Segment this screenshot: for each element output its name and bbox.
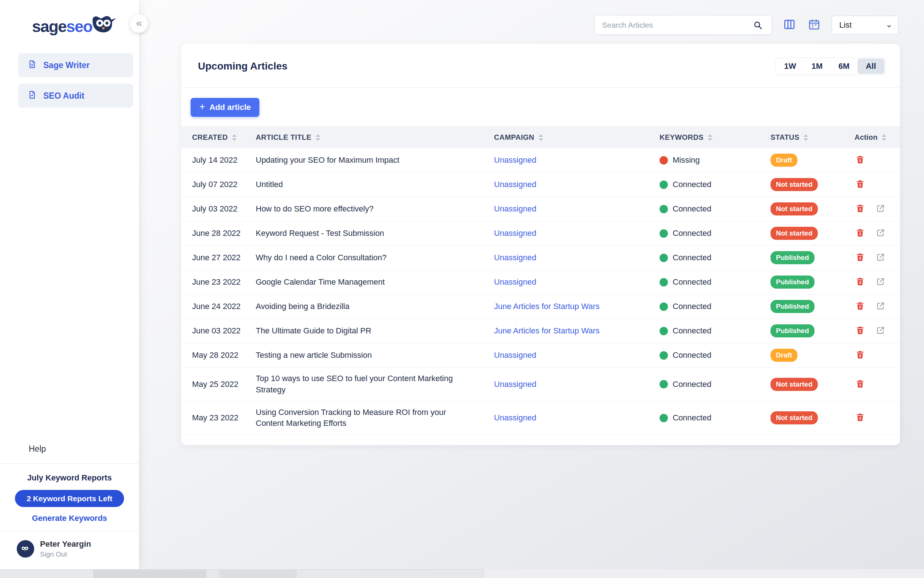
generate-keywords-link[interactable]: Generate Keywords [32, 513, 107, 523]
board-view-button[interactable] [782, 18, 797, 32]
row-campaign-link[interactable]: Unassigned [494, 204, 536, 213]
brand-wordmark: sageseo [32, 18, 92, 36]
row-keywords-label: Connected [673, 278, 711, 287]
row-created: July 14 2022 [181, 148, 252, 172]
row-campaign-link[interactable]: Unassigned [494, 229, 536, 238]
header-created[interactable]: CREATED [181, 126, 252, 148]
table-row: June 24 2022 Avoiding being a Bridezilla… [181, 294, 900, 319]
open-article-button[interactable] [875, 228, 886, 239]
header-action[interactable]: Action [842, 126, 900, 148]
delete-article-button[interactable] [854, 203, 866, 214]
status-badge: Not started [770, 378, 818, 391]
delete-article-button[interactable] [854, 179, 866, 190]
delete-article-button[interactable] [854, 277, 866, 287]
open-article-button[interactable] [875, 301, 886, 312]
open-article-button[interactable] [875, 203, 886, 214]
row-created: July 03 2022 [181, 197, 252, 221]
sidebar-item-sage-writer[interactable]: Sage Writer [18, 53, 133, 77]
calendar-icon [808, 18, 820, 32]
header-status[interactable]: STATUS [767, 126, 842, 148]
sign-out-link[interactable]: Sign Out [40, 550, 91, 559]
table-row: July 03 2022 How to do SEO more effectiv… [181, 197, 900, 221]
add-article-button[interactable]: + Add article [191, 98, 259, 117]
sidebar: sageseo Sage Writer SEO Audit Help [0, 0, 139, 569]
table-row: June 27 2022 Why do I need a Color Consu… [181, 246, 900, 270]
status-badge: Not started [770, 227, 818, 240]
row-keywords-label: Connected [673, 413, 711, 422]
document-icon [28, 60, 37, 71]
delete-article-button[interactable] [854, 252, 866, 263]
row-keywords-label: Connected [673, 253, 711, 262]
view-mode-select[interactable]: List [832, 16, 898, 34]
external-link-icon [876, 253, 885, 263]
delete-article-button[interactable] [854, 301, 866, 312]
row-created: June 23 2022 [181, 270, 252, 294]
user-section: Peter Yeargin Sign Out [0, 531, 139, 569]
keyword-status-dot [660, 380, 668, 388]
row-campaign-link[interactable]: Unassigned [494, 351, 536, 360]
row-campaign-link[interactable]: Unassigned [494, 253, 536, 262]
sidebar-collapse-button[interactable]: « [130, 15, 148, 33]
row-title: Using Conversion Tracking to Measure ROI… [252, 401, 490, 435]
row-campaign-link[interactable]: Unassigned [494, 413, 536, 422]
add-article-label: Add article [210, 103, 251, 112]
row-campaign-link[interactable]: Unassigned [494, 278, 536, 286]
search-box [594, 15, 772, 34]
calendar-view-button[interactable] [807, 18, 821, 32]
row-keywords-label: Missing [673, 156, 700, 165]
row-keywords-label: Connected [673, 204, 711, 214]
articles-table: CREATED ARTICLE TITLE CAMPAIGN KEYWORDS … [181, 126, 900, 435]
table-header-row: CREATED ARTICLE TITLE CAMPAIGN KEYWORDS … [181, 126, 900, 148]
row-keywords-label: Connected [673, 326, 711, 336]
table-row: July 07 2022 Untitled Unassigned Connect… [181, 172, 900, 197]
keywords-cell: Connected [660, 326, 762, 336]
row-campaign-link[interactable]: June Articles for Startup Wars [494, 302, 599, 311]
open-article-button[interactable] [875, 277, 886, 287]
sort-icon [708, 134, 712, 141]
card-header: Upcoming Articles 1W 1M 6M All [181, 44, 900, 88]
row-campaign-link[interactable]: Unassigned [494, 380, 536, 389]
status-badge: Draft [770, 349, 798, 362]
brand-sage-text: sage [32, 18, 66, 35]
header-keywords[interactable]: KEYWORDS [656, 126, 767, 148]
open-article-button[interactable] [875, 325, 886, 336]
delete-article-button[interactable] [854, 155, 866, 166]
keyword-reports-left-button[interactable]: 2 Keyword Reports Left [15, 490, 124, 507]
row-created: May 23 2022 [181, 401, 252, 435]
status-badge: Published [770, 324, 814, 338]
external-link-icon [876, 204, 885, 214]
table-row: May 28 2022 Testing a new article Submis… [181, 343, 900, 368]
trash-icon [855, 301, 865, 312]
row-keywords-label: Connected [673, 180, 711, 189]
filter-1w[interactable]: 1W [777, 58, 804, 74]
filter-1m[interactable]: 1M [804, 58, 830, 74]
delete-article-button[interactable] [854, 325, 866, 336]
view-mode-select-wrap: List ⌄ [832, 16, 898, 34]
filter-all[interactable]: All [858, 58, 884, 74]
trash-icon [855, 252, 865, 263]
delete-article-button[interactable] [854, 379, 866, 390]
delete-article-button[interactable] [854, 228, 866, 239]
delete-article-button[interactable] [854, 350, 866, 361]
table-row: June 03 2022 The Ultimate Guide to Digit… [181, 319, 900, 343]
sidebar-bottom: Help July Keyword Reports 2 Keyword Repo… [0, 444, 139, 569]
sidebar-item-seo-audit[interactable]: SEO Audit [18, 84, 133, 108]
header-article-title[interactable]: ARTICLE TITLE [252, 126, 490, 148]
delete-article-button[interactable] [854, 412, 866, 423]
row-campaign-link[interactable]: June Articles for Startup Wars [494, 326, 599, 335]
search-input[interactable] [602, 21, 751, 29]
help-link[interactable]: Help [0, 444, 139, 463]
row-campaign-link[interactable]: Unassigned [494, 180, 536, 189]
topbar: List ⌄ [594, 15, 898, 34]
keyword-status-dot [660, 205, 668, 213]
search-icon[interactable] [751, 18, 765, 32]
trash-icon [855, 203, 865, 214]
header-campaign[interactable]: CAMPAIGN [490, 126, 656, 148]
row-campaign-link[interactable]: Unassigned [494, 156, 536, 164]
row-created: May 28 2022 [181, 343, 252, 368]
trash-icon [855, 179, 865, 190]
sort-icon [316, 134, 320, 141]
open-article-button[interactable] [875, 252, 886, 263]
row-created: June 03 2022 [181, 319, 252, 343]
filter-6m[interactable]: 6M [830, 58, 858, 74]
